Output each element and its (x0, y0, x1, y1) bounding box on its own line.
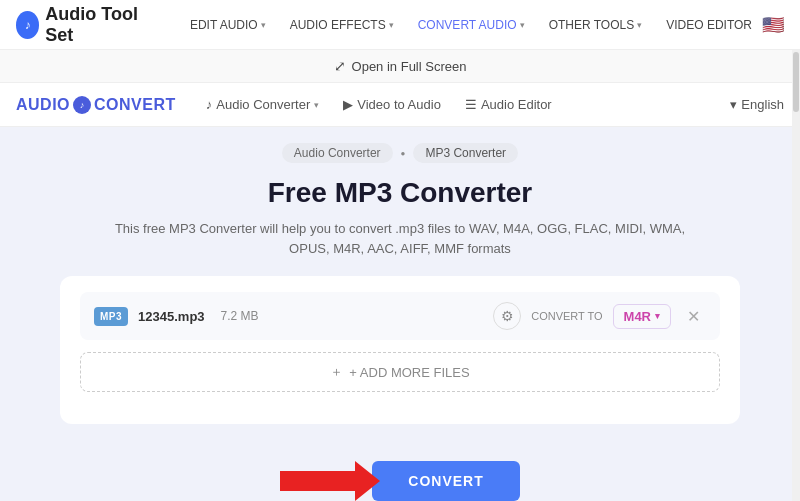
add-icon: ＋ (330, 363, 343, 381)
inner-logo[interactable]: AUDIO ♪ CONVERT (16, 96, 176, 114)
language-flag[interactable]: 🇺🇸 (762, 14, 784, 36)
file-size: 7.2 MB (221, 309, 259, 323)
page-title: Free MP3 Converter (40, 177, 760, 209)
inner-logo-text-2: CONVERT (94, 96, 176, 114)
breadcrumb-separator: ● (401, 149, 406, 158)
inner-logo-text-1: AUDIO (16, 96, 70, 114)
inner-logo-icon: ♪ (73, 96, 91, 114)
close-file-button[interactable]: ✕ (681, 305, 706, 328)
inner-nav-audio-editor[interactable]: ☰ Audio Editor (455, 91, 562, 118)
chevron-down-icon: ▾ (637, 20, 642, 30)
nav-item-edit-audio[interactable]: EDIT AUDIO ▾ (180, 12, 276, 38)
nav-item-video-editor[interactable]: VIDEO EDITOR (656, 12, 762, 38)
chevron-down-icon: ▾ (389, 20, 394, 30)
logo-text: Audio Tool Set (45, 4, 150, 46)
converter-box: MP3 12345.mp3 7.2 MB ⚙ CONVERT TO M4R ▾ … (60, 276, 740, 424)
file-type-icon: MP3 (94, 307, 128, 326)
convert-button[interactable]: CONVERT (372, 461, 519, 501)
nav-item-convert-audio[interactable]: CONVERT AUDIO ▾ (408, 12, 535, 38)
chevron-down-icon: ▾ (314, 100, 319, 110)
file-row: MP3 12345.mp3 7.2 MB ⚙ CONVERT TO M4R ▾ … (80, 292, 720, 340)
music-icon: ♪ (206, 97, 213, 112)
chevron-down-icon: ▾ (655, 311, 660, 321)
main-content: Audio Converter ● MP3 Converter Free MP3… (0, 127, 800, 444)
format-select[interactable]: M4R ▾ (613, 304, 671, 329)
breadcrumb-audio-converter[interactable]: Audio Converter (282, 143, 393, 163)
page-description: This free MP3 Converter will help you to… (100, 219, 700, 258)
action-area: CONVERT CANCEL (0, 444, 800, 501)
breadcrumb: Audio Converter ● MP3 Converter (40, 143, 760, 163)
add-more-files-button[interactable]: ＋ + ADD MORE FILES (80, 352, 720, 392)
inner-nav-links: ♪ Audio Converter ▾ ▶ Video to Audio ☰ A… (196, 91, 731, 118)
file-actions: ⚙ CONVERT TO M4R ▾ ✕ (493, 302, 706, 330)
red-arrow-container (280, 456, 380, 501)
file-name: 12345.mp3 (138, 309, 205, 324)
scrollbar-thumb[interactable] (793, 52, 799, 112)
fullscreen-icon: ⤢ (334, 58, 346, 74)
chevron-down-icon: ▾ (730, 97, 737, 112)
chevron-down-icon: ▾ (261, 20, 266, 30)
nav-item-audio-effects[interactable]: AUDIO EFFECTS ▾ (280, 12, 404, 38)
convert-to-label: CONVERT TO (531, 310, 602, 322)
red-arrow-icon (280, 456, 380, 501)
settings-icon[interactable]: ⚙ (493, 302, 521, 330)
selected-format: M4R (624, 309, 651, 324)
inner-nav-video-to-audio[interactable]: ▶ Video to Audio (333, 91, 451, 118)
fullscreen-bar[interactable]: ⤢ Open in Full Screen (0, 50, 800, 83)
editor-icon: ☰ (465, 97, 477, 112)
inner-nav-audio-converter[interactable]: ♪ Audio Converter ▾ (196, 91, 329, 118)
video-icon: ▶ (343, 97, 353, 112)
breadcrumb-mp3-converter[interactable]: MP3 Converter (413, 143, 518, 163)
nav-item-other-tools[interactable]: OTHER TOOLS ▾ (539, 12, 653, 38)
svg-marker-0 (280, 461, 380, 501)
chevron-down-icon: ▾ (520, 20, 525, 30)
convert-row: CONVERT (280, 456, 519, 501)
inner-nav: AUDIO ♪ CONVERT ♪ Audio Converter ▾ ▶ Vi… (0, 83, 800, 127)
language-selector[interactable]: ▾ English (730, 97, 784, 112)
logo-icon: ♪ (16, 11, 39, 39)
scrollbar[interactable] (792, 50, 800, 501)
nav-links: EDIT AUDIO ▾ AUDIO EFFECTS ▾ CONVERT AUD… (180, 12, 762, 38)
top-nav: ♪ Audio Tool Set EDIT AUDIO ▾ AUDIO EFFE… (0, 0, 800, 50)
logo[interactable]: ♪ Audio Tool Set (16, 4, 150, 46)
